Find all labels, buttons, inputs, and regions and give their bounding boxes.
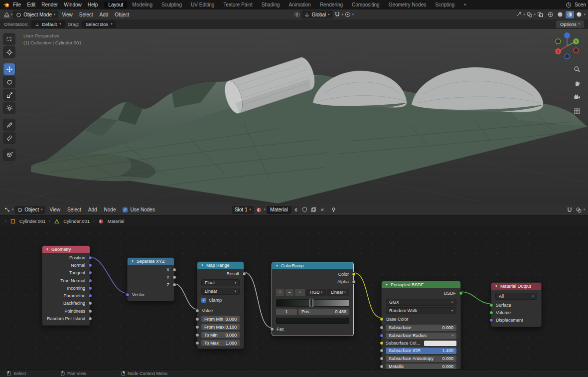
blender-logo-icon[interactable] bbox=[2, 1, 10, 9]
metallic-field[interactable]: Metallic0.000 bbox=[386, 364, 456, 369]
subsurface-method-dropdown[interactable]: Random Walk bbox=[386, 307, 456, 314]
tab-scripting[interactable]: Scripting bbox=[431, 1, 458, 8]
socket-subsurface-ior-input[interactable] bbox=[380, 349, 384, 353]
use-nodes-checkbox[interactable] bbox=[123, 207, 128, 212]
shading-caret-icon[interactable] bbox=[584, 13, 586, 16]
color-ramp-node-header[interactable]: ColorRamp bbox=[272, 262, 353, 269]
socket-metallic-input[interactable] bbox=[380, 365, 384, 369]
tab-shading[interactable]: Shading bbox=[258, 1, 284, 8]
socket-subsurface-radius-input[interactable] bbox=[380, 334, 384, 338]
socket-from-min-input[interactable] bbox=[195, 317, 199, 321]
socket-backfacing-output[interactable] bbox=[88, 301, 92, 305]
socket-value-input[interactable] bbox=[195, 309, 199, 313]
clamp-checkbox[interactable] bbox=[201, 298, 206, 303]
tab-sculpting[interactable]: Sculpting bbox=[157, 1, 186, 8]
socket-pointiness-output[interactable] bbox=[88, 309, 92, 313]
overlays-icon[interactable] bbox=[525, 10, 533, 18]
tab-texture-paint[interactable]: Texture Paint bbox=[219, 1, 256, 8]
snap-caret-icon[interactable] bbox=[342, 13, 343, 16]
editor-type-icon[interactable] bbox=[2, 10, 10, 18]
shader-editor-type-icon[interactable] bbox=[3, 206, 11, 214]
tab-uv-editing[interactable]: UV Editing bbox=[187, 1, 218, 8]
ramp-options-button[interactable] bbox=[295, 289, 305, 296]
shader-menu-add[interactable]: Add bbox=[85, 207, 100, 212]
annotate-tool[interactable] bbox=[3, 119, 15, 131]
socket-z-output[interactable] bbox=[172, 283, 176, 287]
socket-from-max-input[interactable] bbox=[195, 325, 199, 329]
geometry-node[interactable]: Geometry Position Normal Tangent True No… bbox=[42, 245, 90, 326]
socket-vector-input[interactable] bbox=[126, 293, 130, 297]
rendered-shading-icon[interactable] bbox=[575, 11, 584, 18]
gizmo-caret-icon[interactable] bbox=[523, 13, 525, 16]
ramp-interpolation-dropdown[interactable]: Linear bbox=[327, 289, 349, 296]
map-range-node[interactable]: Map Range Result Float Linear Clamp Valu… bbox=[197, 261, 244, 349]
collapse-icon[interactable] bbox=[385, 283, 388, 286]
separate-xyz-node-header[interactable]: Separate XYZ bbox=[128, 258, 174, 265]
editor-type-caret-icon[interactable] bbox=[11, 13, 12, 16]
socket-y-output[interactable] bbox=[172, 275, 176, 279]
drag-setting-dropdown[interactable]: Select Box bbox=[82, 20, 116, 28]
transform-pivot-icon[interactable] bbox=[293, 10, 301, 18]
socket-true-normal-output[interactable] bbox=[88, 279, 92, 283]
tab-modeling[interactable]: Modeling bbox=[128, 1, 156, 8]
material-preview-shading-icon[interactable] bbox=[566, 11, 574, 18]
subsurface-anisotropy-field[interactable]: Subsurface Anisotropy0.000 bbox=[386, 356, 456, 362]
principled-bsdf-node[interactable]: Principled BSDF BSDF GGX Random Walk Bas… bbox=[381, 281, 461, 369]
overlays-caret-icon[interactable] bbox=[534, 13, 535, 16]
show-gizmo-icon[interactable] bbox=[515, 10, 523, 18]
shader-menu-node[interactable]: Node bbox=[101, 207, 119, 212]
color-mode-dropdown[interactable]: RGB bbox=[306, 289, 326, 296]
rotate-tool[interactable] bbox=[3, 76, 15, 88]
xray-icon[interactable] bbox=[536, 10, 544, 18]
socket-x-output[interactable] bbox=[172, 268, 176, 272]
orientation-dropdown[interactable]: Global bbox=[301, 10, 332, 18]
add-cube-tool[interactable] bbox=[3, 149, 15, 161]
geometry-node-header[interactable]: Geometry bbox=[42, 246, 90, 253]
separate-xyz-node[interactable]: Separate XYZ X Y Z Vector bbox=[127, 257, 174, 301]
browse-material-icon[interactable] bbox=[255, 206, 263, 214]
tab-rendering[interactable]: Rendering bbox=[316, 1, 347, 8]
viewport-3d[interactable]: User Perspective (1) Collection | Cylind… bbox=[0, 29, 588, 204]
cursor-tool[interactable] bbox=[3, 46, 15, 58]
socket-incoming-output[interactable] bbox=[88, 286, 92, 290]
to-min-field[interactable]: To Min0.000 bbox=[201, 332, 240, 338]
shader-overlays-caret-icon[interactable] bbox=[584, 208, 585, 211]
socket-color-output[interactable] bbox=[352, 272, 356, 276]
scale-tool[interactable] bbox=[3, 89, 15, 101]
snap-magnet-icon[interactable] bbox=[333, 10, 341, 18]
socket-volume-input[interactable] bbox=[489, 311, 493, 315]
collapse-icon[interactable] bbox=[495, 285, 498, 288]
socket-normal-output[interactable] bbox=[88, 263, 92, 267]
menu-help[interactable]: Help bbox=[85, 0, 101, 9]
breadcrumb-material[interactable]: Material bbox=[108, 218, 125, 224]
distribution-dropdown[interactable]: GGX bbox=[386, 299, 456, 306]
from-max-field[interactable]: From Max0.100 bbox=[201, 324, 240, 330]
socket-position-output[interactable] bbox=[88, 256, 92, 260]
subsurface-field[interactable]: Subsurface0.000 bbox=[386, 325, 456, 331]
move-tool[interactable] bbox=[3, 63, 15, 75]
target-dropdown[interactable]: All bbox=[495, 293, 537, 300]
socket-parametric-output[interactable] bbox=[88, 294, 92, 298]
subsurface-color-row[interactable]: Subsurface Col... bbox=[386, 341, 456, 346]
tab-layout[interactable]: Layout bbox=[104, 1, 127, 8]
use-nodes-toggle[interactable]: Use Nodes bbox=[123, 207, 154, 212]
material-name-field[interactable]: Material bbox=[267, 206, 292, 214]
measure-tool[interactable] bbox=[3, 132, 15, 144]
socket-to-min-input[interactable] bbox=[195, 333, 199, 337]
browse-material-caret-icon[interactable] bbox=[264, 208, 266, 211]
socket-fac-input[interactable] bbox=[270, 327, 274, 331]
interpolation-dropdown[interactable]: Linear bbox=[201, 288, 240, 295]
menu-file[interactable]: File bbox=[10, 0, 24, 9]
shader-menu-view[interactable]: View bbox=[46, 207, 63, 212]
from-min-field[interactable]: From Min0.000 bbox=[201, 316, 240, 322]
collapse-icon[interactable] bbox=[276, 264, 279, 267]
menu-edit[interactable]: Edit bbox=[24, 0, 38, 9]
falloff-caret-icon[interactable] bbox=[352, 13, 354, 16]
tab-compositing[interactable]: Compositing bbox=[348, 1, 384, 8]
pan-hand-icon[interactable] bbox=[573, 79, 582, 88]
wireframe-shading-icon[interactable] bbox=[547, 11, 555, 18]
socket-alpha-output[interactable] bbox=[352, 280, 356, 284]
ramp-stop-handle[interactable] bbox=[310, 299, 313, 307]
slot-dropdown[interactable]: Slot 1 bbox=[232, 206, 254, 214]
solid-shading-icon[interactable] bbox=[556, 11, 565, 18]
